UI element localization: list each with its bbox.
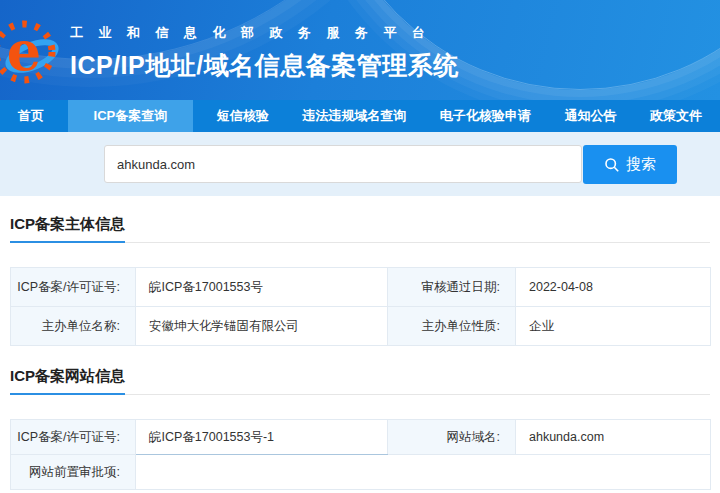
field-value: 皖ICP备17001553号-1 [136,420,388,455]
section-title-website-info: ICP备案网站信息 [10,367,710,395]
miit-gear-e-logo: e [0,18,60,86]
page-header: e 工业和信息化部政务服务平台 ICP/IP地址/域名信息备案管理系统 [0,0,720,100]
field-label: 主办单位名称: [11,307,136,346]
field-value: ahkunda.com [516,420,711,455]
search-button[interactable]: 搜索 [583,145,677,184]
table-row: 主办单位名称: 安徽坤大化学锚固有限公司 主办单位性质: 企业 [11,307,711,346]
nav-item-notices[interactable]: 通知公告 [554,100,626,132]
nav-item-home[interactable]: 首页 [8,100,54,132]
field-label: 网站前置审批项: [11,455,136,490]
field-value: 安徽坤大化学锚固有限公司 [136,307,388,346]
nav-item-policy-docs[interactable]: 政策文件 [640,100,712,132]
result-area: ICP备案主体信息 ICP备案/许可证号: 皖ICP备17001553号 审核通… [0,215,720,490]
platform-name: 工业和信息化部政务服务平台 [70,24,459,42]
system-title: ICP/IP地址/域名信息备案管理系统 [70,49,459,82]
field-value: 2022-04-08 [516,268,711,307]
field-value: 皖ICP备17001553号 [136,268,388,307]
search-bar: 搜索 [0,132,720,196]
field-label: 主办单位性质: [388,307,516,346]
subject-info-table: ICP备案/许可证号: 皖ICP备17001553号 审核通过日期: 2022-… [10,267,711,346]
table-row: ICP备案/许可证号: 皖ICP备17001553号-1 网站域名: ahkun… [11,420,711,455]
field-value [136,455,711,490]
main-nav: 首页 ICP备案查询 短信核验 违法违规域名查询 电子化核验申请 通知公告 政策… [0,100,720,132]
field-label: 审核通过日期: [388,268,516,307]
table-row: ICP备案/许可证号: 皖ICP备17001553号 审核通过日期: 2022-… [11,268,711,307]
field-value: 企业 [516,307,711,346]
section-title-subject-info: ICP备案主体信息 [10,215,710,243]
search-icon [604,157,620,173]
search-input[interactable] [104,145,582,183]
nav-item-e-verification[interactable]: 电子化核验申请 [430,100,541,132]
field-label: ICP备案/许可证号: [11,268,136,307]
field-label: 网站域名: [388,420,516,455]
nav-item-illegal-domain-query[interactable]: 违法违规域名查询 [292,100,416,132]
table-row: 网站前置审批项: [11,455,711,490]
nav-item-sms-verify[interactable]: 短信核验 [207,100,279,132]
field-label: ICP备案/许可证号: [11,420,136,455]
section-title-text: ICP备案网站信息 [10,367,125,395]
search-button-label: 搜索 [626,155,656,174]
section-title-text: ICP备案主体信息 [10,215,125,243]
website-info-table: ICP备案/许可证号: 皖ICP备17001553号-1 网站域名: ahkun… [10,419,711,490]
svg-text:e: e [7,19,41,83]
nav-item-icp-query[interactable]: ICP备案查询 [68,100,194,132]
